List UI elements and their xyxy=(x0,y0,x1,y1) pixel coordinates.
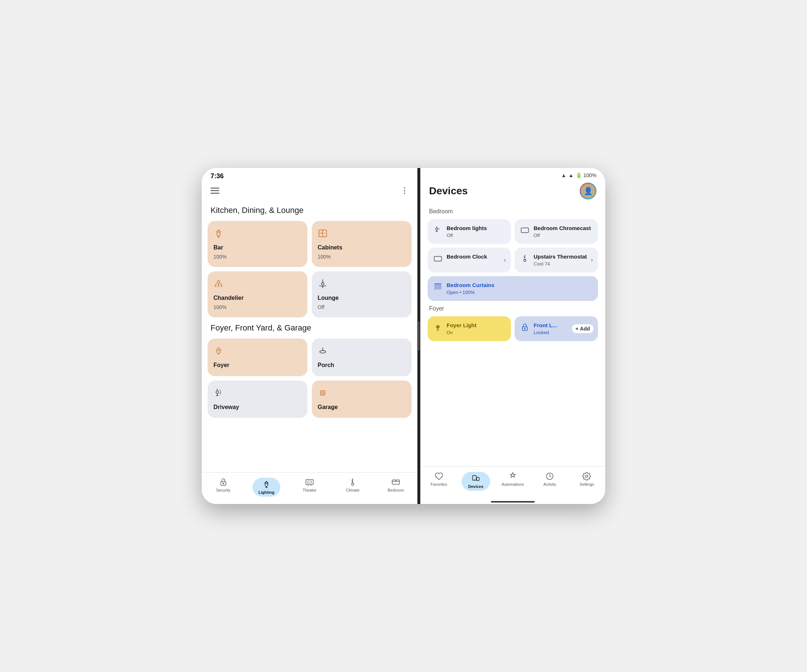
svg-point-7 xyxy=(324,233,325,234)
svg-point-13 xyxy=(215,285,217,288)
chandelier-icon xyxy=(213,279,224,291)
chandelier-sublabel: 100% xyxy=(213,304,227,310)
cabinets-card[interactable]: Cabinets 100% xyxy=(312,221,412,267)
svg-point-21 xyxy=(217,350,220,354)
right-nav-devices[interactable]: Devices xyxy=(457,470,494,492)
svg-line-31 xyxy=(220,393,221,394)
svg-point-0 xyxy=(217,233,220,236)
lounge-label: Lounge xyxy=(317,295,339,301)
battery-icon: 🔋 100% xyxy=(576,172,596,178)
bedroom-chromecast-icon xyxy=(520,226,529,237)
front-lock-icon xyxy=(520,323,529,334)
right-nav-favorites[interactable]: Favorites xyxy=(420,470,457,492)
section-title-foyer: Foyer, Front Yard, & Garage xyxy=(211,323,408,333)
bedroom-chromecast-status: Off xyxy=(534,233,592,238)
svg-rect-39 xyxy=(306,480,313,485)
right-bottom-nav: Favorites Devices Automations xyxy=(420,467,605,498)
svg-point-26 xyxy=(216,391,219,393)
foyer-light-card[interactable]: Foyer Light On xyxy=(428,316,511,341)
bedroom-lights-card[interactable]: Bedroom lights Off xyxy=(428,219,511,244)
nav-label-bedroom: Bedroom xyxy=(388,488,404,492)
right-header: Devices 👤 xyxy=(420,181,605,205)
user-avatar[interactable]: 👤 xyxy=(580,183,596,199)
right-nav-automations[interactable]: Automations xyxy=(494,470,531,492)
add-label: Add xyxy=(580,326,590,332)
bedroom-clock-name: Bedroom Clock xyxy=(447,253,505,260)
upstairs-thermostat-chevron: › xyxy=(591,257,593,263)
svg-point-35 xyxy=(223,483,224,484)
left-status-bar: 7:36 xyxy=(202,168,417,183)
cabinets-icon xyxy=(317,228,328,241)
more-options-button[interactable]: ⋮ xyxy=(400,186,408,195)
svg-rect-33 xyxy=(322,392,324,394)
chandelier-card[interactable]: Chandelier 100% xyxy=(208,271,307,317)
bar-card[interactable]: Bar 100% xyxy=(208,221,307,267)
bedroom-curtains-icon xyxy=(433,283,442,294)
bedroom-lights-status: Off xyxy=(447,233,505,238)
right-nav-activity[interactable]: Activity xyxy=(531,470,568,492)
front-lock-card[interactable]: Front L... Locked + Add xyxy=(515,316,598,341)
chandelier-label: Chandelier xyxy=(213,295,244,301)
svg-point-72 xyxy=(586,475,588,477)
bedroom-clock-chevron: › xyxy=(504,257,506,263)
foyer-light-icon xyxy=(433,323,442,334)
signal-icon: ▲ xyxy=(568,172,573,178)
nav-item-theater[interactable]: Theater xyxy=(288,476,331,498)
nav-item-climate[interactable]: Climate xyxy=(331,476,374,498)
nav-label-theater: Theater xyxy=(303,488,317,492)
bedroom-curtains-name: Bedroom Curtains xyxy=(447,282,592,288)
svg-point-57 xyxy=(524,259,526,262)
svg-point-14 xyxy=(218,285,220,288)
hamburger-menu[interactable] xyxy=(211,188,219,194)
bar-sublabel: 100% xyxy=(213,254,227,260)
foyer-label: Foyer xyxy=(213,362,229,369)
right-nav-settings[interactable]: Settings xyxy=(568,470,605,492)
add-plus-icon: + xyxy=(576,326,579,332)
foyer-cards-grid: Foyer Porch xyxy=(208,339,412,417)
device-section-bedroom: Bedroom xyxy=(429,208,596,215)
nav-item-lighting[interactable]: Lighting xyxy=(245,476,288,498)
foyer-card[interactable]: Foyer xyxy=(208,339,307,376)
bedroom-clock-card[interactable]: Bedroom Clock › xyxy=(428,248,511,273)
bedroom-lights-name: Bedroom lights xyxy=(447,225,505,232)
cabinets-sublabel: 100% xyxy=(317,254,331,260)
bedroom-chromecast-name: Bedroom Chromecast xyxy=(534,225,592,232)
avatar-photo: 👤 xyxy=(581,184,595,198)
right-status-bar: ▲ ▲ 🔋 100% xyxy=(420,168,605,181)
svg-point-15 xyxy=(221,285,223,288)
nav-item-security[interactable]: Security xyxy=(202,476,245,498)
upstairs-thermostat-card[interactable]: Upstairs Thermostat Cool 74 › xyxy=(515,248,598,273)
upstairs-thermostat-status: Cool 74 xyxy=(534,261,592,266)
porch-card[interactable]: Porch xyxy=(312,339,412,376)
right-content: Bedroom Bedroom lights xyxy=(420,205,605,467)
right-panel-title: Devices xyxy=(429,185,468,197)
upstairs-thermostat-name: Upstairs Thermostat xyxy=(534,253,592,260)
section-title-kitchen: Kitchen, Dining, & Lounge xyxy=(211,205,408,215)
driveway-card[interactable]: Driveway xyxy=(208,381,307,418)
svg-rect-54 xyxy=(521,228,528,233)
upstairs-thermostat-icon xyxy=(520,254,529,265)
foyer-light-status: On xyxy=(447,330,505,335)
bedroom-curtains-card[interactable]: Bedroom Curtains Open • 100% xyxy=(428,276,598,301)
bedroom-clock-icon xyxy=(433,254,442,265)
svg-point-23 xyxy=(320,351,325,353)
nav-item-bedroom[interactable]: Bedroom xyxy=(374,476,417,498)
nav-label-lighting: Lighting xyxy=(258,490,274,495)
kitchen-cards-grid: Bar 100% Cabinets 10 xyxy=(208,221,412,317)
bar-icon xyxy=(213,228,224,241)
left-content: Kitchen, Dining, & Lounge Bar 100% xyxy=(202,201,417,472)
left-panel: 7:36 ⋮ Kitchen, Dining, & Lounge xyxy=(202,168,417,504)
porch-icon xyxy=(317,346,328,359)
left-header: ⋮ xyxy=(202,183,417,201)
bedroom-chromecast-card[interactable]: Bedroom Chromecast Off xyxy=(515,219,598,244)
garage-card[interactable]: Garage xyxy=(312,381,412,418)
porch-label: Porch xyxy=(317,362,334,369)
svg-point-36 xyxy=(265,483,268,487)
svg-rect-60 xyxy=(435,284,437,289)
wifi-icon: ▲ xyxy=(561,172,566,178)
add-badge[interactable]: + Add xyxy=(572,324,594,333)
panel-divider xyxy=(417,168,420,504)
driveway-label: Driveway xyxy=(213,404,239,410)
svg-point-63 xyxy=(436,325,440,329)
lounge-card[interactable]: Lounge Off xyxy=(312,271,412,317)
